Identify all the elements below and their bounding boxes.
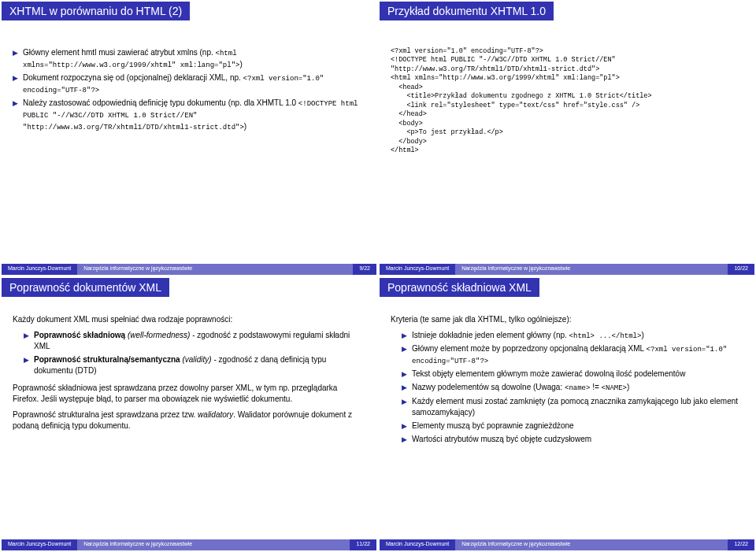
slide-3: Poprawność dokumentów XML Każdy dokument… [2,278,376,551]
triangle-icon: ▶ [13,72,18,95]
triangle-icon: ▶ [402,396,407,418]
footer-title: Narzędzia informatyczne w językoznawstwi… [455,264,728,275]
code-block: <?xml version="1.0" encoding="UTF-8"?> <… [391,47,743,156]
slide-footer: Marcin Junczys-Dowmunt Narzędzia informa… [2,264,376,275]
triangle-icon: ▶ [402,330,407,342]
bullet-item: ▶ Główny element hmtl musi zawierać atry… [13,47,365,70]
triangle-icon: ▶ [402,420,407,432]
slide-title: Poprawność składniowa XML [380,278,539,297]
footer-page: 12/22 [728,539,754,550]
footer-author: Marcin Junczys-Dowmunt [2,539,77,550]
slide-title: XHTML w porównaniu do HTML (2) [2,2,190,20]
bullet-item: ▶ Dokument rozpoczyna się od (opcjonalne… [13,72,365,95]
bullet-item: ▶ Poprawność strukturalną/semantyczna (v… [24,354,365,376]
triangle-icon: ▶ [402,369,407,380]
triangle-icon: ▶ [402,434,407,445]
bullet-item: ▶Nazwy podelementów są dowolne (Uwaga: <… [402,382,743,394]
footer-title: Narzędzia informatyczne w językoznawstwi… [77,539,350,550]
bullet-item: ▶Tekst objęty elementem głównym może zaw… [402,369,743,380]
bullet-item: ▶Główny element może by poprzedzony opcj… [402,343,743,366]
slide-footer: Marcin Junczys-Dowmunt Narzędzia informa… [2,539,376,550]
slide-content: <?xml version="1.0" encoding="UTF-8"?> <… [380,24,754,264]
intro-text: Kryteria (te same jak dla XHTML, tylko o… [391,314,743,325]
bullet-item: ▶ Poprawność składniową (well-formedness… [24,330,365,352]
footer-title: Narzędzia informatyczne w językoznawstwi… [455,539,728,550]
footer-page: 10/22 [728,264,754,275]
slide-title: Poprawność dokumentów XML [2,278,169,297]
triangle-icon: ▶ [24,330,29,352]
triangle-icon: ▶ [13,47,18,70]
footer-page: 9/22 [353,264,376,275]
footer-author: Marcin Junczys-Dowmunt [2,264,77,275]
triangle-icon: ▶ [402,343,407,366]
footer-author: Marcin Junczys-Dowmunt [380,264,455,275]
triangle-icon: ▶ [402,382,407,394]
slide-2: Przykład dokumentu XHTML 1.0 <?xml versi… [380,2,754,275]
slide-4: Poprawność składniowa XML Kryteria (te s… [380,278,754,551]
slide-title: Przykład dokumentu XHTML 1.0 [380,2,554,20]
slide-content: Kryteria (te same jak dla XHTML, tylko o… [380,300,754,540]
bullet-item: ▶Każdy element musi zostać zamknięty (za… [402,396,743,418]
paragraph: Poprawność składniowa jest sprawdzana pr… [13,383,365,405]
intro-text: Każdy dokument XML musi spełniać dwa rod… [13,314,365,325]
slide-footer: Marcin Junczys-Dowmunt Narzędzia informa… [380,264,754,275]
footer-author: Marcin Junczys-Dowmunt [380,539,455,550]
slide-footer: Marcin Junczys-Dowmunt Narzędzia informa… [380,539,754,550]
bullet-item: ▶Elementy muszą być poprawnie zagnieżdżo… [402,420,743,432]
triangle-icon: ▶ [13,98,18,132]
footer-title: Narzędzia informatyczne w językoznawstwi… [77,264,353,275]
slide-1: XHTML w porównaniu do HTML (2) ▶ Główny … [2,2,376,275]
footer-page: 11/22 [350,539,376,550]
bullet-item: ▶Wartości atrybutów muszą być objęte cud… [402,434,743,445]
paragraph: Poprawność strukturalna jest sprawdzana … [13,409,365,432]
triangle-icon: ▶ [24,354,29,376]
slide-content: ▶ Główny element hmtl musi zawierać atry… [2,24,376,264]
slide-content: Każdy dokument XML musi spełniać dwa rod… [2,300,376,540]
bullet-item: ▶Istnieje dokładnie jeden element główny… [402,330,743,342]
bullet-item: ▶ Należy zastosować odpowiednią definicj… [13,98,365,132]
